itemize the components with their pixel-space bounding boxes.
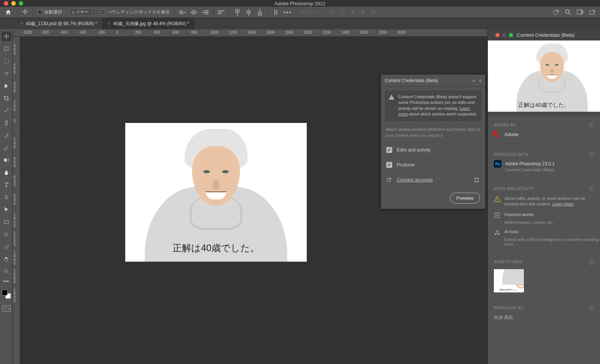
external-link-icon [386, 177, 392, 183]
sidebar-header[interactable]: Content Credentials (Beta) [488, 29, 600, 40]
close-panel-icon[interactable] [495, 33, 500, 37]
move-tool-icon[interactable] [2, 31, 11, 41]
share-icon[interactable] [590, 9, 596, 15]
brush-tool-icon[interactable] [2, 130, 11, 140]
horizontal-ruler[interactable]: -1000-800-600-400-2000200400600800100012… [13, 29, 488, 37]
options-bar: 自動選択 : レイヤー バウンディングボックスを表示 ••• 3D モード : … [0, 7, 600, 18]
close-window-icon[interactable] [4, 1, 8, 6]
marquee-tool-icon[interactable] [2, 56, 11, 66]
svg-point-6 [566, 10, 569, 13]
signed-by-row: Adobe [488, 130, 600, 141]
portrait-graphic [125, 123, 307, 262]
photoshop-logo-icon: Ps [494, 160, 501, 168]
produced-with-value: Adobe Photoshop 23.0.1 [505, 161, 555, 166]
eyedropper-tool-icon[interactable] [2, 106, 11, 115]
mac-traffic-lights[interactable] [0, 1, 23, 6]
svg-point-0 [329, 10, 334, 15]
produced-by-heading: PRODUCED BYi [488, 300, 600, 313]
info-icon[interactable]: i [589, 186, 594, 191]
dodge-tool-icon[interactable] [2, 229, 11, 239]
maximize-panel-icon[interactable] [509, 33, 513, 37]
quick-mask-icon[interactable] [2, 305, 10, 312]
svg-rect-2 [371, 11, 375, 14]
align-hcenter-icon[interactable] [190, 9, 197, 16]
checkbox-checked-icon[interactable] [386, 162, 392, 168]
rectangle-tool-icon[interactable] [2, 217, 11, 227]
refresh-icon[interactable] [473, 177, 480, 183]
learn-more-link[interactable]: Learn more [552, 202, 573, 206]
edits-activity-row[interactable]: Edits and activity [381, 142, 485, 157]
separator [33, 8, 33, 16]
fg-bg-color[interactable] [2, 290, 11, 299]
imported-assets-label: Imported assets [504, 212, 534, 217]
document-tab-active[interactable]: × 40歳_元画像.jpg @ 49.4% (RGB/8#) * [102, 18, 194, 29]
gradient-tool-icon[interactable] [2, 155, 11, 165]
distribute-bottom-icon[interactable] [256, 9, 263, 16]
eraser-tool-icon[interactable] [2, 143, 11, 153]
pen-tool-icon[interactable] [2, 192, 11, 202]
minimize-panel-icon[interactable] [502, 33, 506, 37]
bounding-box-checkbox[interactable]: バウンディングボックスを表示 [100, 9, 170, 15]
import-icon [494, 212, 501, 219]
cloud-doc-icon[interactable]: + [553, 9, 560, 16]
checkbox-icon[interactable] [38, 10, 42, 15]
align-left-icon[interactable] [179, 9, 186, 16]
blur-tool-icon[interactable] [2, 168, 11, 177]
maximize-window-icon[interactable] [19, 1, 23, 6]
more-align-icon[interactable]: ••• [284, 9, 292, 15]
svg-rect-10 [4, 47, 8, 51]
zoom-tool-icon[interactable] [2, 267, 11, 276]
quick-selection-tool-icon[interactable] [2, 81, 11, 91]
info-icon[interactable]: i [589, 152, 594, 157]
distribute-top-icon[interactable] [234, 9, 241, 16]
align-top-icon[interactable] [218, 9, 225, 16]
smudge-tool-icon[interactable] [2, 242, 11, 252]
signed-by-heading: SIGNED BYi [488, 116, 600, 130]
connect-accounts-label[interactable]: Connect accounts [397, 177, 433, 183]
svg-rect-11 [4, 59, 8, 63]
warning-icon [388, 94, 394, 100]
home-icon[interactable] [4, 8, 13, 17]
panel-menu-icon[interactable]: ≡ [479, 78, 482, 83]
collapse-icon[interactable]: » [472, 78, 475, 83]
artboard-tool-icon[interactable] [2, 44, 11, 54]
info-icon[interactable]: i [589, 122, 594, 127]
vertical-ruler[interactable]: 8006004002000200400600800100012001400160… [13, 37, 20, 364]
content-credentials-panel[interactable]: Content Credentials (Beta) » ≡ Content C… [381, 74, 486, 209]
connect-accounts-row[interactable]: Connect accounts [381, 172, 485, 187]
align-right-icon[interactable] [202, 9, 208, 16]
path-selection-tool-icon[interactable] [2, 205, 11, 214]
info-icon[interactable]: i [589, 306, 594, 311]
info-icon[interactable]: i [589, 259, 594, 265]
lasso-tool-icon[interactable] [2, 69, 11, 78]
svg-point-17 [4, 269, 7, 272]
auto-select-checkbox[interactable]: 自動選択 : [38, 9, 65, 15]
svg-point-21 [496, 230, 498, 232]
document-tab[interactable]: × 40歳_1130.psd @ 66.7% (RGB/8) * [15, 18, 102, 29]
checkbox-checked-icon[interactable] [386, 147, 392, 153]
checkbox-checked-icon[interactable] [100, 10, 105, 15]
type-tool-icon[interactable] [2, 180, 11, 190]
workspace-switcher-icon[interactable] [577, 9, 584, 15]
hand-tool-icon[interactable] [2, 254, 11, 264]
layer-select[interactable]: レイヤー [69, 9, 96, 16]
minimize-window-icon[interactable] [11, 1, 16, 6]
distribute-h-icon[interactable] [273, 9, 279, 16]
search-icon[interactable] [565, 9, 572, 16]
edits-warning: Some edits, activity, or asset actions m… [504, 196, 594, 207]
distribute-vcenter-icon[interactable] [245, 9, 252, 16]
edit-toolbar-icon[interactable]: ••• [3, 279, 9, 284]
canvas-image[interactable]: 正解は40歳でした。 [125, 123, 307, 262]
producer-row[interactable]: Producer [381, 157, 485, 172]
close-tab-icon[interactable]: × [108, 21, 110, 26]
crop-tool-icon[interactable] [2, 93, 11, 103]
healing-brush-tool-icon[interactable] [2, 118, 11, 128]
preview-button[interactable]: Preview [450, 193, 480, 204]
adobe-logo-icon [494, 131, 501, 137]
move-tool-icon[interactable] [22, 9, 28, 16]
close-tab-icon[interactable]: × [20, 21, 23, 26]
imported-assets-sub: Added images, videos, etc. [488, 220, 600, 225]
produced-by-value: 尚弥 髙田 [494, 315, 513, 321]
svg-text:+: + [557, 10, 558, 12]
asset-thumbnail[interactable]: 正解は40歳でした。 [494, 269, 524, 292]
